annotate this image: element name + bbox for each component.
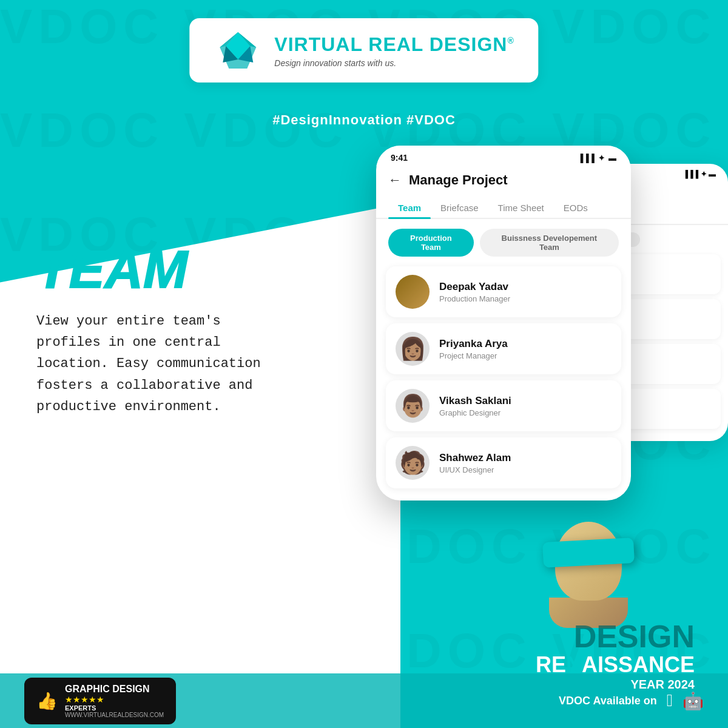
thumbs-up-icon: 👍: [36, 691, 58, 711]
team-description: View your entire team's profiles in one …: [36, 311, 291, 417]
member-info-vikash: Vikash Saklani Graphic Designer: [439, 395, 511, 417]
member-card-vikash[interactable]: Vikash Saklani Graphic Designer: [386, 380, 621, 431]
team-filter-row: Production Team Buissness Developement T…: [376, 229, 631, 266]
member-name-priyanka: Priyanka Arya: [439, 338, 508, 350]
badge-area: 👍 GRAPHIC DESIGN ★★★★★ EXPERTS WWW.VIRTU…: [24, 678, 176, 724]
main-phone-container: 9:41 ▐▐▐ ✦ ▬ ← Manage Project Team Brief…: [376, 146, 631, 500]
filter-biz-dev-team[interactable]: Buissness Developement Team: [480, 229, 619, 257]
member-info-shahwez: Shahwez Alam UI/UX Designer: [439, 452, 511, 474]
logo-icon: [214, 29, 262, 72]
status-time: 9:41: [391, 153, 408, 163]
member-role-deepak: Production Manager: [439, 294, 510, 303]
phone-header: ← Manage Project: [376, 166, 631, 198]
badge-stars: ★★★★★: [65, 695, 164, 704]
badge-url: WWW.VIRTUALREALDESIGN.COM: [65, 712, 164, 718]
badge-subtitle: EXPERTS: [65, 704, 164, 712]
member-card-deepak[interactable]: Deepak Yadav Production Manager: [386, 266, 621, 317]
avatar-deepak: [396, 275, 430, 309]
logo-subtitle: Design innovation starts with us.: [274, 58, 514, 68]
left-content: TEAM View your entire team's profiles in…: [36, 243, 291, 417]
tab-briefcase[interactable]: Briefcase: [431, 198, 488, 218]
member-role-priyanka: Project Manager: [439, 351, 508, 360]
renaissance-text: RENAISSANCE: [536, 652, 695, 678]
android-store-icon[interactable]: 🤖: [682, 691, 704, 711]
phone-mockup: 9:41 ▐▐▐ ✦ ▬ ← Manage Project Team Brief…: [376, 146, 631, 500]
avatar-priyanka: [396, 332, 430, 366]
logo-bar: VIRTUAL REAL DESIGN® Design innovation s…: [189, 18, 538, 83]
back-button[interactable]: ←: [388, 172, 402, 188]
member-name-deepak: Deepak Yadav: [439, 281, 510, 293]
member-info-priyanka: Priyanka Arya Project Manager: [439, 338, 508, 360]
phone-status-bar: 9:41 ▐▐▐ ✦ ▬: [376, 146, 631, 166]
member-info-deepak: Deepak Yadav Production Manager: [439, 281, 510, 303]
phone-tabs: Team Briefcase Time Sheet EODs: [376, 198, 631, 219]
member-name-shahwez: Shahwez Alam: [439, 452, 511, 464]
filter-production-team[interactable]: Production Team: [388, 229, 474, 257]
design-renaissance: DESIGN RENAISSANCE YEAR 2024: [536, 621, 695, 692]
hashtag: #DesignInnovation #VDOC: [272, 112, 456, 128]
team-heading: TEAM: [36, 243, 291, 296]
app-store-section: VDOC Available on  🤖: [559, 691, 704, 711]
member-role-vikash: Graphic Designer: [439, 408, 511, 417]
member-name-vikash: Vikash Saklani: [439, 395, 511, 407]
avatar-vikash: [396, 389, 430, 423]
logo-title: VIRTUAL REAL DESIGN®: [274, 33, 514, 56]
battery-icon: ▬: [608, 153, 616, 163]
team-member-list: Deepak Yadav Production Manager Priyanka…: [376, 266, 631, 488]
tab-timesheet[interactable]: Time Sheet: [488, 198, 554, 218]
graphic-design-badge: 👍 GRAPHIC DESIGN ★★★★★ EXPERTS WWW.VIRTU…: [24, 678, 176, 724]
status-icons: ▐▐▐ ✦ ▬: [578, 153, 616, 163]
member-card-shahwez[interactable]: Shahwez Alam UI/UX Designer: [386, 437, 621, 488]
member-role-shahwez: UI/UX Designer: [439, 465, 511, 474]
avatar-shahwez: [396, 446, 430, 480]
badge-text: GRAPHIC DESIGN ★★★★★ EXPERTS WWW.VIRTUAL…: [65, 684, 164, 718]
apple-store-icon[interactable]: : [667, 691, 673, 710]
year-text: YEAR 2024: [536, 678, 695, 692]
member-card-priyanka[interactable]: Priyanka Arya Project Manager: [386, 323, 621, 374]
available-text: VDOC Available on: [559, 695, 657, 707]
design-text: DESIGN: [536, 621, 695, 652]
phone-header-title: Manage Project: [409, 172, 508, 188]
tab-eods[interactable]: EODs: [554, 198, 598, 218]
badge-title: GRAPHIC DESIGN: [65, 684, 164, 695]
signal-icon: ▐▐▐: [578, 153, 595, 163]
wifi-icon: ✦: [598, 153, 605, 163]
logo-text-wrap: VIRTUAL REAL DESIGN® Design innovation s…: [274, 33, 514, 68]
tab-team[interactable]: Team: [388, 198, 431, 218]
